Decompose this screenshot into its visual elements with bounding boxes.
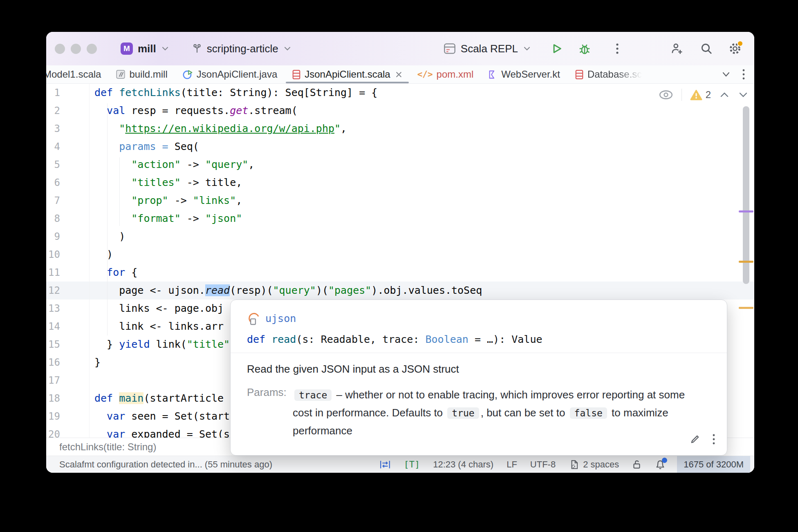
line-number[interactable]: 13 — [46, 300, 90, 317]
tab-label: pom.xml — [437, 69, 474, 80]
code-line[interactable]: 7 "prop" -> "links", — [46, 192, 754, 210]
code-line[interactable]: 9 ) — [46, 228, 754, 246]
line-number[interactable]: 2 — [46, 102, 90, 120]
line-number[interactable]: 12 — [46, 282, 90, 300]
notifications-button[interactable] — [655, 459, 666, 470]
indent-guide — [107, 103, 108, 335]
minimize-window-button[interactable] — [71, 44, 81, 54]
chevron-down-icon — [283, 46, 291, 51]
indent-style: 2 spaces — [583, 459, 619, 470]
tab-WebServer.kt[interactable]: WebServer.kt — [481, 65, 567, 83]
project-widget[interactable]: M mill — [121, 42, 169, 55]
file-encoding[interactable]: UTF-8 — [530, 459, 556, 470]
readonly-toggle[interactable] — [632, 459, 642, 470]
line-number[interactable]: 20 — [46, 425, 90, 438]
line-number[interactable]: 5 — [46, 156, 90, 174]
indent-widget[interactable]: 2 spaces — [569, 459, 619, 470]
code-text: page <- ujson.read(resp)("query")("pages… — [90, 282, 482, 300]
code-text: "action" -> "query", — [90, 156, 254, 174]
scrollbar-mark-warning[interactable] — [739, 261, 753, 263]
code-line[interactable]: 11 for { — [46, 264, 754, 282]
vcs-branch-widget[interactable]: scripting-article — [192, 42, 291, 55]
project-icon: M — [121, 42, 133, 55]
transfer-icon — [380, 460, 390, 469]
code-with-me-button[interactable] — [670, 42, 684, 56]
line-number[interactable]: 1 — [46, 84, 90, 102]
close-window-button[interactable] — [55, 44, 65, 54]
caret-position[interactable]: 12:23 (4 chars) — [433, 459, 493, 470]
tab-JsonApiClient.scala[interactable]: JsonApiClient.scala — [285, 65, 410, 83]
line-number[interactable]: 14 — [46, 317, 90, 335]
line-number[interactable]: 16 — [46, 353, 90, 371]
code-line[interactable]: 8 "format" -> "json" — [46, 210, 754, 228]
code-text: ) — [90, 246, 113, 264]
line-number[interactable]: 11 — [46, 264, 90, 282]
code-line[interactable]: 1def fetchLinks(title: String): Seq[Stri… — [46, 84, 754, 102]
line-number[interactable]: 18 — [46, 389, 90, 407]
line-number[interactable]: 19 — [46, 407, 90, 425]
chevron-down-icon[interactable] — [721, 71, 731, 78]
tab-pom.xml[interactable]: </>pom.xml — [410, 65, 481, 83]
scala-repl-icon — [444, 43, 456, 54]
tab-label: Model1.scala — [46, 69, 101, 80]
line-number[interactable]: 10 — [46, 246, 90, 264]
doc-params: Params: trace – whether or not to enable… — [231, 376, 727, 440]
code-text — [90, 371, 94, 389]
tab-Model1.scala[interactable]: Model1.scala — [46, 65, 108, 83]
ide-window: M mill scripting-article Scala REPL — [46, 32, 754, 473]
code-text: def main(startArticle — [90, 389, 224, 407]
scrollbar-mark-warning[interactable] — [739, 307, 753, 309]
more-actions-button[interactable] — [610, 42, 624, 56]
code-line[interactable]: 6 "titles" -> title, — [46, 174, 754, 192]
line-number[interactable]: 4 — [46, 138, 90, 156]
kebab-icon[interactable] — [742, 68, 745, 80]
run-configuration-widget[interactable]: Scala REPL — [444, 42, 531, 55]
line-number[interactable]: 3 — [46, 120, 90, 138]
line-separator[interactable]: LF — [507, 459, 517, 470]
tab-Database.sc[interactable]: Database.sc — [567, 65, 649, 83]
line-number[interactable]: 7 — [46, 192, 90, 210]
code-line[interactable]: 3 "https://en.wikipedia.org/w/api.php", — [46, 120, 754, 138]
tab-size-indicator[interactable]: [T] — [403, 459, 420, 469]
doc-signature: def read(s: Readable, trace: Boolean = …… — [231, 325, 727, 353]
code-text: for { — [90, 264, 137, 282]
eye-icon[interactable] — [659, 90, 673, 100]
code-line[interactable]: 4 params = Seq( — [46, 138, 754, 156]
doc-source-name[interactable]: ujson — [265, 313, 296, 324]
search-everywhere-button[interactable] — [699, 42, 713, 56]
line-number[interactable]: 6 — [46, 174, 90, 192]
pencil-icon[interactable] — [689, 434, 701, 445]
line-number[interactable]: 15 — [46, 335, 90, 353]
memory-indicator[interactable]: 1675 of 3200M — [677, 456, 750, 473]
kebab-icon[interactable] — [712, 433, 715, 445]
status-message[interactable]: Scalafmt configuration detected in... (5… — [59, 459, 272, 470]
breadcrumb[interactable]: fetchLinks(title: String) — [59, 441, 156, 453]
scrollbar-mark-purple[interactable] — [739, 210, 753, 212]
scroll-sync-widget[interactable] — [380, 460, 390, 469]
line-number[interactable]: 17 — [46, 371, 90, 389]
line-number[interactable]: 8 — [46, 210, 90, 228]
run-button[interactable] — [550, 42, 564, 56]
code-line[interactable]: 10 ) — [46, 246, 754, 264]
code-text: "format" -> "json" — [90, 210, 242, 228]
zoom-window-button[interactable] — [87, 44, 97, 54]
main-toolbar: M mill scripting-article Scala REPL — [46, 32, 754, 65]
line-number[interactable]: 9 — [46, 228, 90, 246]
warning-counter[interactable]: 2 — [690, 89, 711, 101]
tab-build.mill[interactable]: build.mill — [108, 65, 175, 83]
chevron-down-icon — [523, 46, 531, 51]
code-line[interactable]: 2 val resp = requests.get.stream( — [46, 102, 754, 120]
close-tab-button[interactable] — [395, 71, 403, 78]
scrollbar-thumb[interactable] — [743, 106, 749, 284]
java-class-icon — [182, 69, 193, 80]
tab-JsonApiClient.java[interactable]: JsonApiClient.java — [175, 65, 285, 83]
code-line[interactable]: 5 "action" -> "query", — [46, 156, 754, 174]
chevron-up-icon[interactable] — [719, 92, 730, 98]
code-line[interactable]: 12 page <- ujson.read(resp)("query")("pa… — [46, 282, 754, 300]
param-code-chip: true — [447, 407, 479, 419]
kebab-icon — [616, 42, 619, 55]
debug-button[interactable] — [578, 42, 592, 56]
divider — [681, 89, 682, 101]
settings-button[interactable] — [728, 42, 742, 56]
chevron-down-icon[interactable] — [738, 92, 749, 98]
